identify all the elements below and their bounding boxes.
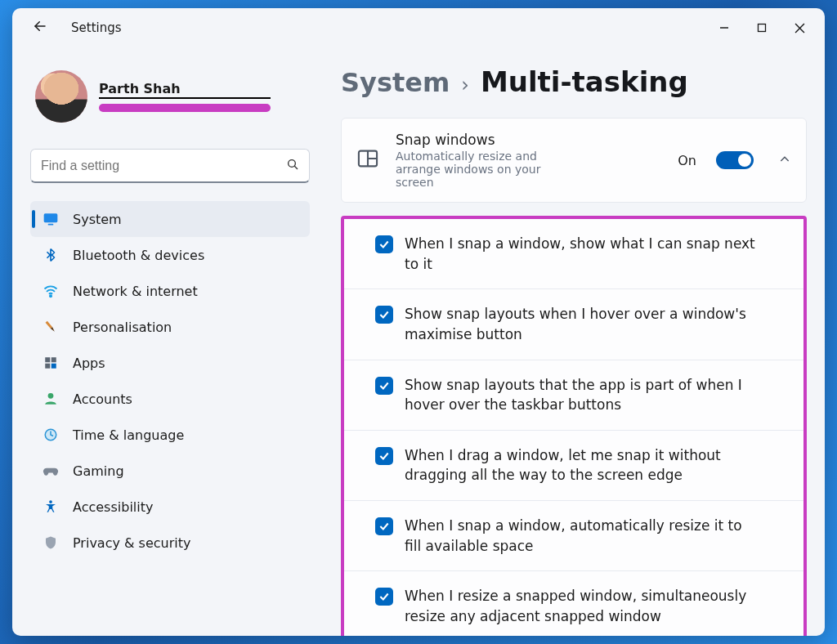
- nav-item-label: Personalisation: [73, 320, 172, 335]
- nav-item-network[interactable]: Network & internet: [30, 273, 310, 309]
- back-button[interactable]: [27, 19, 53, 37]
- checkbox[interactable]: [375, 447, 393, 465]
- svg-point-16: [48, 393, 54, 399]
- snap-layout-icon: [356, 147, 381, 173]
- apps-icon: [42, 354, 60, 372]
- window-close-button[interactable]: [781, 11, 818, 44]
- option-label: Show snap layouts when I hover over a wi…: [405, 304, 756, 344]
- svg-line-6: [294, 166, 298, 169]
- svg-point-9: [50, 295, 51, 297]
- accessibility-icon: [42, 498, 60, 516]
- breadcrumb: System › Multi-tasking: [341, 65, 807, 98]
- nav-item-label: Bluetooth & devices: [73, 248, 204, 263]
- breadcrumb-current: Multi-tasking: [481, 65, 688, 98]
- close-icon: [794, 23, 805, 34]
- chevron-right-icon: ›: [461, 74, 469, 96]
- search-box[interactable]: [30, 149, 310, 183]
- check-icon: [378, 380, 390, 391]
- clock-globe-icon: [42, 426, 60, 444]
- svg-point-5: [289, 159, 296, 167]
- check-icon: [378, 239, 390, 250]
- checkbox[interactable]: [375, 588, 393, 606]
- nav-item-label: Time & language: [73, 427, 184, 443]
- checkbox[interactable]: [375, 377, 393, 395]
- nav-item-label: Gaming: [73, 463, 124, 479]
- option-label: When I snap a window, show what I can sn…: [405, 234, 756, 274]
- check-icon: [378, 521, 390, 532]
- svg-rect-13: [51, 357, 56, 362]
- snap-toggle[interactable]: [716, 151, 754, 169]
- check-icon: [378, 309, 390, 320]
- svg-rect-7: [44, 213, 58, 222]
- nav-item-label: Accessibility: [73, 499, 153, 515]
- wifi-icon: [42, 282, 60, 300]
- chevron-up-icon: [778, 153, 791, 166]
- checkbox[interactable]: [375, 306, 393, 324]
- nav-item-accounts[interactable]: Accounts: [30, 381, 310, 417]
- profile-name: Parth Shah: [99, 81, 271, 99]
- nav-item-label: Accounts: [73, 391, 132, 407]
- snap-title: Snap windows: [396, 132, 663, 148]
- person-icon: [42, 390, 60, 408]
- settings-window: Settings Parth Shah: [12, 8, 825, 636]
- breadcrumb-parent[interactable]: System: [341, 67, 450, 98]
- svg-rect-2: [759, 25, 766, 32]
- gamepad-icon: [42, 462, 60, 480]
- snap-option-row[interactable]: When I snap a window, automatically resi…: [344, 501, 803, 571]
- nav-item-label: Privacy & security: [73, 535, 190, 551]
- svg-rect-14: [45, 364, 50, 369]
- snap-option-row[interactable]: When I drag a window, let me snap it wit…: [344, 431, 803, 501]
- snap-option-row[interactable]: Show snap layouts that the app is part o…: [344, 360, 803, 431]
- checkbox[interactable]: [375, 517, 393, 535]
- svg-point-18: [49, 500, 52, 503]
- nav-item-label: System: [73, 212, 122, 227]
- snap-option-row[interactable]: When I resize a snapped window, simultan…: [344, 571, 803, 636]
- sidebar: Parth Shah System Bluetooth & devices: [12, 47, 323, 636]
- minimize-icon: [719, 23, 729, 33]
- window-maximize-button[interactable]: [743, 11, 781, 44]
- snap-windows-card[interactable]: Snap windows Automatically resize and ar…: [341, 118, 807, 203]
- snap-options-panel: When I snap a window, show what I can sn…: [341, 216, 807, 636]
- nav-item-system[interactable]: System: [30, 201, 310, 237]
- option-label: When I snap a window, automatically resi…: [405, 516, 756, 556]
- maximize-icon: [757, 23, 767, 33]
- nav-item-accessibility[interactable]: Accessibility: [30, 489, 310, 525]
- titlebar: Settings: [12, 8, 825, 47]
- window-minimize-button[interactable]: [705, 11, 743, 44]
- search-icon: [286, 158, 299, 174]
- nav-item-apps[interactable]: Apps: [30, 345, 310, 381]
- profile-email-redacted: [99, 104, 271, 112]
- snap-description: Automatically resize and arrange windows…: [396, 150, 575, 189]
- avatar: [35, 70, 87, 123]
- nav-item-bluetooth[interactable]: Bluetooth & devices: [30, 237, 310, 273]
- svg-rect-12: [45, 357, 50, 362]
- option-label: When I resize a snapped window, simultan…: [405, 586, 756, 626]
- checkbox[interactable]: [375, 235, 393, 253]
- svg-rect-10: [46, 321, 53, 329]
- search-input[interactable]: [41, 159, 286, 173]
- svg-rect-8: [48, 224, 54, 226]
- expand-collapse-button[interactable]: [778, 153, 791, 168]
- arrow-left-icon: [33, 19, 47, 34]
- shield-icon: [42, 534, 60, 552]
- snap-option-row[interactable]: When I snap a window, show what I can sn…: [344, 219, 803, 289]
- nav-item-gaming[interactable]: Gaming: [30, 453, 310, 489]
- nav-item-time[interactable]: Time & language: [30, 417, 310, 453]
- check-icon: [378, 591, 390, 602]
- nav-item-label: Network & internet: [73, 284, 198, 299]
- main-content: System › Multi-tasking Snap windows Auto…: [323, 47, 825, 636]
- nav-item-privacy[interactable]: Privacy & security: [30, 525, 310, 561]
- system-icon: [42, 210, 60, 228]
- nav-item-personalisation[interactable]: Personalisation: [30, 309, 310, 345]
- check-icon: [378, 450, 390, 462]
- option-label: Show snap layouts that the app is part o…: [405, 375, 756, 415]
- snap-toggle-label: On: [678, 153, 696, 168]
- bluetooth-icon: [42, 246, 60, 264]
- nav: System Bluetooth & devices Network & int…: [30, 201, 310, 561]
- profile-block[interactable]: Parth Shah: [30, 67, 310, 134]
- app-title: Settings: [71, 20, 122, 35]
- svg-rect-15: [51, 364, 56, 369]
- paintbrush-icon: [38, 315, 64, 340]
- snap-option-row[interactable]: Show snap layouts when I hover over a wi…: [344, 289, 803, 360]
- nav-item-label: Apps: [73, 356, 105, 371]
